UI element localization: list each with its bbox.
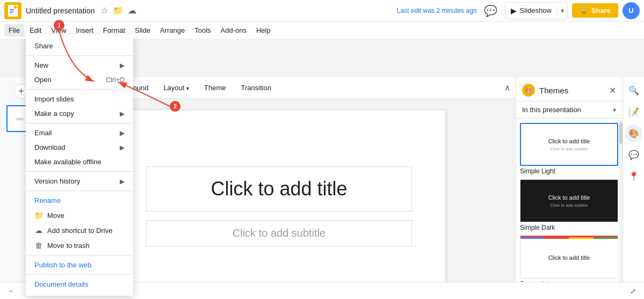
slideshow-button[interactable]: ▶ Slideshow (505, 6, 558, 15)
slide-subtitle-box[interactable]: Click to add subtitle (146, 220, 411, 246)
menu-publish-item[interactable]: Publish to the web (26, 258, 133, 272)
title-icons: ☆ 📁 ☁ (99, 5, 138, 16)
cloud-icon[interactable]: ☁ (127, 5, 138, 16)
themes-panel: 🎨 Themes ✕ In this presentation ▾ Click … (515, 77, 623, 299)
menu-version-history-item[interactable]: Version history ▶ (26, 174, 133, 188)
menu-import-slides-item[interactable]: Import slides (26, 92, 133, 106)
menu-slide[interactable]: Slide (131, 24, 155, 37)
menu-share-item[interactable]: Share (26, 39, 133, 53)
menu-arrange[interactable]: Arrange (156, 24, 189, 37)
make-copy-label: Make a copy (34, 110, 74, 118)
menu-section-history: Version history ▶ (26, 172, 133, 191)
email-arrow: ▶ (120, 129, 125, 137)
themes-filter-text: In this presentation (522, 106, 613, 114)
theme-button[interactable]: Theme (199, 82, 231, 94)
menu-tools[interactable]: Tools (190, 24, 215, 37)
title-bar: Untitled presentation ☆ 📁 ☁ Last edit wa… (0, 0, 644, 21)
themes-title: Themes (539, 86, 609, 95)
slide-title-box[interactable]: Click to add title (146, 166, 411, 212)
theme-dark-title: Click to add title (548, 194, 590, 201)
scroll-track (619, 120, 623, 299)
present-button-group: ▶ Slideshow ▾ (505, 2, 568, 19)
menu-details-item[interactable]: Document details (26, 277, 133, 291)
right-sidebar: 🔍 📝 🎨 💬 📍 + (623, 77, 644, 299)
file-dropdown-menu: Share New ▶ Open Ctrl+O Import slides Ma… (26, 34, 133, 296)
theme-spearmint[interactable]: Click to add title Spearmint (520, 236, 618, 288)
menu-section-import: Import slides Make a copy ▶ (26, 90, 133, 123)
theme-simple-light[interactable]: Click to add title Click to add subtitle… (520, 123, 618, 175)
version-history-label: Version history (34, 177, 80, 185)
toolbar-right: ∧ (504, 83, 511, 93)
menu-section-publish: Publish to the web (26, 256, 133, 275)
download-label: Download (34, 143, 66, 151)
svg-rect-3 (10, 11, 14, 12)
themes-palette-icon: 🎨 (522, 84, 535, 97)
theme-colorful-title: Click to add title (548, 254, 590, 261)
menu-section-share: Share (26, 37, 133, 56)
sidebar-explore-icon[interactable]: 🔍 (625, 82, 642, 99)
menu-section-drive: Rename 📁 Move ☁ Add shortcut to Drive 🗑 … (26, 191, 133, 256)
open-shortcut: Ctrl+O (106, 76, 125, 84)
user-avatar[interactable]: U (623, 2, 640, 19)
last-edit-text: Last edit was 2 minutes ago (397, 7, 477, 14)
sidebar-maps-icon[interactable]: 📍 (625, 167, 642, 185)
theme-preview-colorful: Click to add title (520, 236, 618, 279)
slideshow-label: Slideshow (520, 6, 552, 14)
slideshow-dropdown-arrow[interactable]: ▾ (558, 7, 567, 14)
menu-rename-item[interactable]: Rename (26, 193, 133, 208)
folder-icon[interactable]: 📁 (113, 5, 124, 16)
theme-light-subtitle: Click to add subtitle (551, 147, 588, 151)
menu-download-item[interactable]: Download ▶ (26, 140, 133, 155)
menu-addons[interactable]: Add-ons (216, 24, 251, 37)
menu-move-item[interactable]: 📁 Move (26, 208, 133, 223)
sidebar-themes-icon[interactable]: 🎨 (625, 125, 642, 142)
collapse-toolbar-icon[interactable]: ∧ (504, 83, 511, 92)
menu-make-copy-item[interactable]: Make a copy ▶ (26, 106, 133, 121)
make-copy-arrow: ▶ (120, 110, 125, 118)
theme-dark-subtitle: Click to add subtitle (551, 203, 588, 208)
email-label: Email (34, 129, 52, 137)
slide-subtitle-text: Click to add subtitle (153, 227, 404, 239)
menu-move-trash-item[interactable]: 🗑 Move to trash (26, 238, 133, 253)
menu-open-item[interactable]: Open Ctrl+O (26, 72, 133, 87)
make-offline-label: Make available offline (34, 158, 102, 166)
themes-header: 🎨 Themes ✕ (516, 77, 623, 101)
sidebar-qa-icon[interactable]: 💬 (625, 146, 642, 163)
move-trash-label: Move to trash (47, 242, 90, 250)
menu-section-new-open: New ▶ Open Ctrl+O (26, 56, 133, 90)
menu-section-share2: Email ▶ Download ▶ Make available offlin… (26, 123, 133, 172)
document-title[interactable]: Untitled presentation (26, 6, 95, 15)
import-slides-label: Import slides (34, 95, 74, 103)
fit-icon[interactable]: ⤢ (627, 285, 640, 297)
star-icon[interactable]: ☆ (99, 5, 110, 16)
zoom-out-icon[interactable]: − (4, 285, 17, 297)
theme-light-title: Click to add title (548, 138, 590, 144)
slide-editor[interactable]: Click to add title Click to add subtitle (113, 110, 446, 299)
themes-filter[interactable]: In this presentation ▾ (516, 101, 623, 119)
layout-button[interactable]: Layout ▾ (158, 82, 194, 94)
new-arrow: ▶ (120, 62, 125, 69)
new-label: New (34, 61, 48, 69)
rename-label: Rename (34, 196, 61, 205)
svg-rect-2 (10, 9, 14, 10)
scroll-thumb[interactable] (619, 122, 623, 144)
transition-button[interactable]: Transition (236, 82, 277, 94)
share-button[interactable]: 🔒 Share (572, 3, 618, 18)
menu-add-shortcut-item[interactable]: ☁ Add shortcut to Drive (26, 223, 133, 238)
header-right: Last edit was 2 minutes ago 💬 ▶ Slidesho… (393, 1, 640, 20)
sidebar-notes-icon[interactable]: 📝 (625, 103, 642, 120)
themes-list: Click to add title Click to add subtitle… (516, 119, 623, 295)
publish-label: Publish to the web (34, 261, 91, 269)
themes-filter-arrow: ▾ (613, 106, 616, 114)
menu-help[interactable]: Help (252, 24, 275, 37)
theme-simple-dark[interactable]: Click to add title Click to add subtitle… (520, 179, 618, 231)
themes-close-button[interactable]: ✕ (609, 85, 616, 96)
add-shortcut-icon: ☁ (34, 226, 43, 235)
menu-email-item[interactable]: Email ▶ (26, 126, 133, 140)
comments-button[interactable]: 💬 (481, 1, 501, 20)
menu-make-offline-item[interactable]: Make available offline (26, 155, 133, 169)
slide-title-text: Click to add title (157, 178, 400, 200)
menu-file[interactable]: File (4, 24, 24, 37)
menu-section-details: Document details (26, 275, 133, 294)
menu-new-item[interactable]: New ▶ (26, 58, 133, 72)
